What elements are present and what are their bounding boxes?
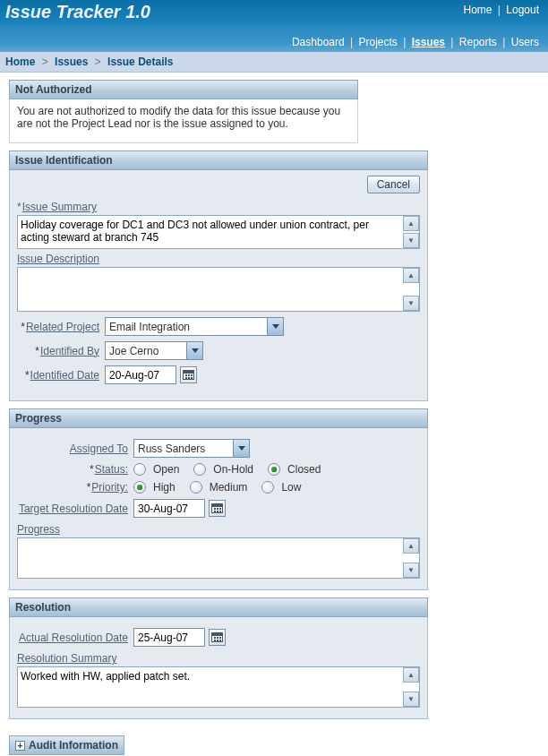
scrollbar: ▲ ▼ [403, 216, 419, 248]
tab-bar: Dashboard | Projects | Issues | Reports … [292, 36, 539, 48]
identification-header: Issue Identification [9, 150, 428, 170]
calendar-icon [183, 370, 194, 380]
svg-marker-0 [272, 324, 279, 329]
resolution-summary-wrap: ▲ ▼ [17, 666, 420, 708]
tab-reports[interactable]: Reports [459, 36, 497, 48]
actual-date-picker-button[interactable] [209, 629, 226, 646]
target-date-label: Target Resolution Date [17, 503, 133, 515]
content-area: Not Authorized You are not authorized to… [0, 73, 437, 756]
breadcrumb: Home > Issues > Issue Details [0, 52, 548, 73]
scroll-up-icon[interactable]: ▲ [403, 538, 419, 554]
global-links: Home | Logout [463, 4, 539, 16]
scroll-down-icon[interactable]: ▼ [403, 233, 419, 248]
tab-users[interactable]: Users [511, 36, 539, 48]
calendar-icon [211, 503, 223, 513]
scroll-down-icon[interactable]: ▼ [403, 692, 419, 707]
scrollbar: ▲ ▼ [403, 667, 419, 707]
actual-date-field[interactable] [133, 628, 205, 647]
identified-by-label: *Identified By [17, 345, 105, 357]
separator: | [498, 4, 501, 16]
identified-date-picker-button[interactable] [180, 366, 197, 383]
calendar-icon [211, 632, 223, 642]
scroll-down-icon[interactable]: ▼ [403, 296, 419, 311]
home-link[interactable]: Home [463, 4, 492, 16]
crumb-issues[interactable]: Issues [55, 56, 88, 68]
status-label: *Status: [17, 463, 133, 476]
issue-description-field[interactable] [18, 268, 401, 311]
status-radio-group: Open On-Hold Closed [133, 463, 330, 476]
identification-panel: Cancel *Issue Summary ▲ ▼ Issue Descript… [9, 170, 428, 401]
progress-field-wrap: ▲ ▼ [17, 537, 420, 579]
chevron-down-icon [233, 440, 249, 457]
resolution-header: Resolution [9, 597, 428, 617]
related-project-select[interactable]: Email Integration [105, 317, 284, 336]
tab-dashboard[interactable]: Dashboard [292, 36, 345, 48]
crumb-current: Issue Details [107, 56, 173, 68]
not-authorized-text: You are not authorized to modify the dat… [17, 105, 340, 130]
scroll-up-icon[interactable]: ▲ [403, 216, 419, 231]
tab-projects[interactable]: Projects [358, 36, 397, 48]
scroll-down-icon[interactable]: ▼ [403, 563, 419, 578]
scrollbar: ▲ ▼ [403, 538, 419, 578]
target-date-field[interactable] [133, 499, 205, 518]
issue-description-field-wrap: ▲ ▼ [17, 267, 420, 312]
scroll-up-icon[interactable]: ▲ [403, 268, 419, 283]
scroll-up-icon[interactable]: ▲ [403, 667, 419, 683]
priority-radio-group: High Medium Low [133, 481, 310, 494]
priority-low-radio[interactable] [261, 481, 274, 494]
cancel-button[interactable]: Cancel [367, 176, 420, 193]
expand-icon: + [15, 741, 25, 751]
svg-marker-2 [238, 446, 245, 451]
app-title: Issue Tracker 1.0 [5, 0, 543, 22]
identified-by-select[interactable]: Joe Cerno [105, 341, 203, 360]
identified-date-field[interactable] [105, 365, 176, 384]
not-authorized-box: You are not authorized to modify the dat… [9, 99, 358, 143]
logout-link[interactable]: Logout [506, 4, 539, 16]
related-project-label: *Related Project [17, 321, 105, 333]
scrollbar: ▲ ▼ [403, 268, 419, 311]
assigned-to-label: Assigned To [17, 442, 133, 455]
top-banner: Issue Tracker 1.0 Home | Logout Dashboar… [0, 0, 548, 52]
issue-description-label: Issue Description [17, 253, 420, 265]
status-onhold-radio[interactable] [193, 463, 206, 476]
chevron-down-icon [186, 342, 202, 359]
audit-header[interactable]: +Audit Information [9, 735, 124, 755]
progress-field[interactable] [18, 538, 401, 578]
status-closed-radio[interactable] [268, 463, 280, 476]
resolution-panel: Actual Resolution Date Resolution Summar… [9, 617, 428, 719]
progress-panel: Assigned To Russ Sanders *Status: Open O… [9, 428, 428, 590]
actual-date-label: Actual Resolution Date [17, 631, 133, 644]
progress-field-label: Progress [17, 523, 420, 536]
priority-high-radio[interactable] [133, 481, 146, 494]
svg-marker-1 [192, 348, 199, 353]
identified-date-label: *Identified Date [17, 369, 105, 382]
crumb-home[interactable]: Home [5, 56, 35, 68]
issue-summary-label: *Issue Summary [17, 201, 420, 213]
priority-label: *Priority: [17, 481, 133, 494]
tab-issues[interactable]: Issues [412, 36, 445, 48]
target-date-picker-button[interactable] [209, 500, 226, 517]
priority-medium-radio[interactable] [190, 481, 202, 494]
issue-summary-field-wrap: ▲ ▼ [17, 215, 420, 249]
not-authorized-header: Not Authorized [9, 80, 358, 99]
resolution-summary-label: Resolution Summary [17, 652, 420, 665]
assigned-to-select[interactable]: Russ Sanders [133, 439, 250, 458]
progress-header: Progress [9, 408, 428, 428]
resolution-summary-field[interactable] [18, 667, 401, 707]
issue-summary-field[interactable] [18, 216, 401, 248]
status-open-radio[interactable] [133, 463, 146, 476]
chevron-down-icon [267, 318, 283, 335]
